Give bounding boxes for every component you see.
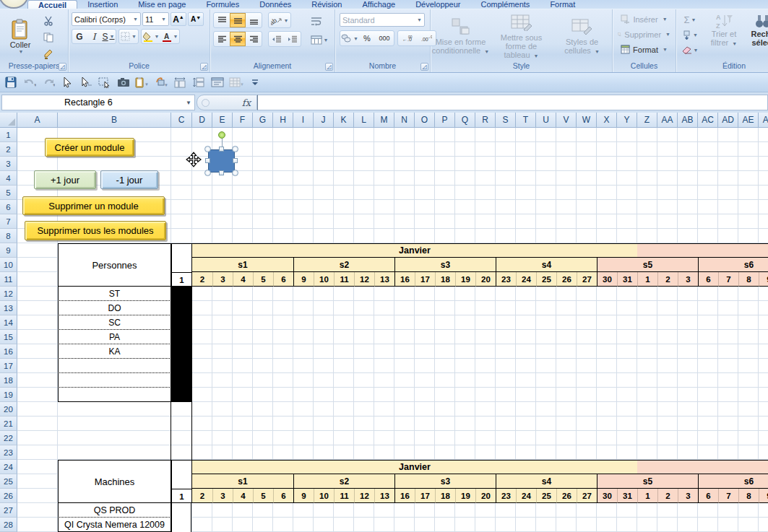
tab-format[interactable]: Format xyxy=(540,0,585,9)
form-icon[interactable] xyxy=(210,75,225,90)
tab-insertion[interactable]: Insertion xyxy=(77,0,128,9)
table-style-icon[interactable]: ▼ xyxy=(229,75,243,90)
row-header-23[interactable]: 23 xyxy=(0,445,17,460)
row-header-11[interactable]: 11 xyxy=(0,272,17,287)
row-header-5[interactable]: 5 xyxy=(0,186,17,200)
column-header-C[interactable]: C xyxy=(171,113,192,128)
clipboard-dialog-launcher[interactable]: ◿ xyxy=(59,63,66,71)
row-header-7[interactable]: 7 xyxy=(0,214,17,229)
tab-révision[interactable]: Révision xyxy=(301,0,352,9)
row-header-25[interactable]: 25 xyxy=(0,474,17,489)
tab-formules[interactable]: Formules xyxy=(196,0,249,9)
underline-button[interactable]: S▼ xyxy=(101,30,116,43)
shrink-font-button[interactable]: A▼ xyxy=(188,12,204,26)
accounting-format-button[interactable]: ▼ xyxy=(340,31,359,45)
fill-color-button[interactable]: ▼ xyxy=(142,30,160,43)
autosum-button[interactable]: Σ▼ xyxy=(679,13,701,27)
alignment-dialog-launcher[interactable]: ◿ xyxy=(325,63,333,71)
row-header-21[interactable]: 21 xyxy=(0,417,17,431)
save-icon[interactable] xyxy=(4,75,18,90)
font-name-select[interactable]: Calibri (Corps)▼ xyxy=(72,12,141,26)
customize-qat-icon[interactable] xyxy=(248,75,262,90)
fill-button[interactable]: ▼ xyxy=(679,28,701,42)
tab-compléments[interactable]: Compléments xyxy=(471,0,540,9)
column-header-AE[interactable]: AE xyxy=(738,113,759,128)
align-center-button[interactable] xyxy=(230,32,246,46)
name-box-dropdown-arrow[interactable]: ▼ xyxy=(186,100,191,106)
paste-special-icon[interactable]: ▼ xyxy=(135,75,150,90)
sheet-button--1-jour[interactable]: -1 jour xyxy=(100,170,158,189)
corner-resize-handle[interactable] xyxy=(204,170,211,176)
row-header-18[interactable]: 18 xyxy=(0,373,17,388)
insert-function-area[interactable]: fx xyxy=(197,95,257,110)
column-header-P[interactable]: P xyxy=(435,113,455,128)
column-header-B[interactable]: B xyxy=(58,113,171,128)
name-box[interactable]: Rectangle 6 ▼ xyxy=(1,95,195,110)
row-header-26[interactable]: 26 xyxy=(0,489,17,503)
edge-resize-handle[interactable] xyxy=(219,170,224,175)
column-header-AA[interactable]: AA xyxy=(657,113,678,128)
delete-cells-button[interactable]: Supprimer▼ xyxy=(613,27,676,42)
paste-dropdown-arrow[interactable]: ▼ xyxy=(12,49,31,54)
column-header-AF[interactable]: AF xyxy=(759,113,768,128)
column-header-U[interactable]: U xyxy=(536,113,556,128)
column-header-K[interactable]: K xyxy=(334,113,354,128)
row-header-4[interactable]: 4 xyxy=(0,171,17,186)
format-cells-button[interactable]: Format▼ xyxy=(613,42,676,57)
column-header-O[interactable]: O xyxy=(415,113,435,128)
fit-rows-icon[interactable] xyxy=(191,75,206,90)
format-as-table-button[interactable]: Mettre sous forme de tableau ▼ xyxy=(492,11,551,60)
office-button[interactable] xyxy=(0,0,29,9)
column-header-M[interactable]: M xyxy=(374,113,394,128)
corner-resize-handle[interactable] xyxy=(232,146,238,152)
undo-icon[interactable]: ▼ xyxy=(22,75,37,90)
row-header-3[interactable]: 3 xyxy=(0,157,17,171)
font-color-button[interactable]: A ▼ xyxy=(160,30,179,43)
column-header-AD[interactable]: AD xyxy=(718,113,738,128)
row-header-13[interactable]: 13 xyxy=(0,301,17,315)
sheet-button-supprimer-un-module[interactable]: Supprimer un module xyxy=(22,196,165,215)
column-header-Z[interactable]: Z xyxy=(637,113,657,128)
column-header-G[interactable]: G xyxy=(253,113,273,128)
font-size-select[interactable]: 11▼ xyxy=(142,12,169,26)
camera-icon[interactable] xyxy=(116,75,131,90)
sheet-button-créer-un-module[interactable]: Créer un module xyxy=(45,138,134,157)
redo-icon[interactable]: ▼ xyxy=(41,75,56,90)
cut-button[interactable] xyxy=(40,14,56,27)
column-header-D[interactable]: D xyxy=(192,113,212,128)
insert-cells-button[interactable]: Insérer▼ xyxy=(613,12,676,27)
column-header-W[interactable]: W xyxy=(577,113,597,128)
tab-mise-en-page[interactable]: Mise en page xyxy=(128,0,196,9)
row-header-15[interactable]: 15 xyxy=(0,330,17,344)
comma-style-button[interactable]: 000 xyxy=(375,31,394,45)
column-header-Y[interactable]: Y xyxy=(617,113,637,128)
row-header-24[interactable]: 24 xyxy=(0,460,17,474)
tab-affichage[interactable]: Affichage xyxy=(352,0,405,9)
column-header-X[interactable]: X xyxy=(597,113,617,128)
row-header-28[interactable]: 28 xyxy=(0,518,17,532)
tab-données[interactable]: Données xyxy=(249,0,301,9)
column-header-I[interactable]: I xyxy=(293,113,314,128)
fx-icon[interactable]: fx xyxy=(242,97,251,108)
cell-styles-button[interactable]: Styles de cellules ▼ xyxy=(553,11,612,60)
column-header-AB[interactable]: AB xyxy=(678,113,698,128)
corner-resize-handle[interactable] xyxy=(232,170,238,176)
merge-center-button[interactable]: ▼ xyxy=(307,32,332,47)
wrap-text-button[interactable] xyxy=(307,14,326,28)
select-objects-icon[interactable] xyxy=(98,75,112,90)
tab-développeur[interactable]: Développeur xyxy=(405,0,470,9)
edge-resize-handle[interactable] xyxy=(219,147,224,152)
edge-resize-handle[interactable] xyxy=(205,158,210,163)
rotation-handle[interactable] xyxy=(218,131,225,139)
selected-shape-rectangle[interactable] xyxy=(208,149,235,173)
percent-style-button[interactable]: % xyxy=(359,31,375,45)
tab-accueil[interactable]: Accueil xyxy=(27,0,77,9)
fit-columns-icon[interactable] xyxy=(173,75,187,90)
select-all-corner[interactable] xyxy=(0,113,17,128)
row-header-14[interactable]: 14 xyxy=(0,315,17,330)
row-header-6[interactable]: 6 xyxy=(0,200,17,214)
row-header-10[interactable]: 10 xyxy=(0,258,17,272)
column-header-T[interactable]: T xyxy=(516,113,536,128)
align-top-button[interactable] xyxy=(214,13,230,27)
row-header-22[interactable]: 22 xyxy=(0,431,17,445)
